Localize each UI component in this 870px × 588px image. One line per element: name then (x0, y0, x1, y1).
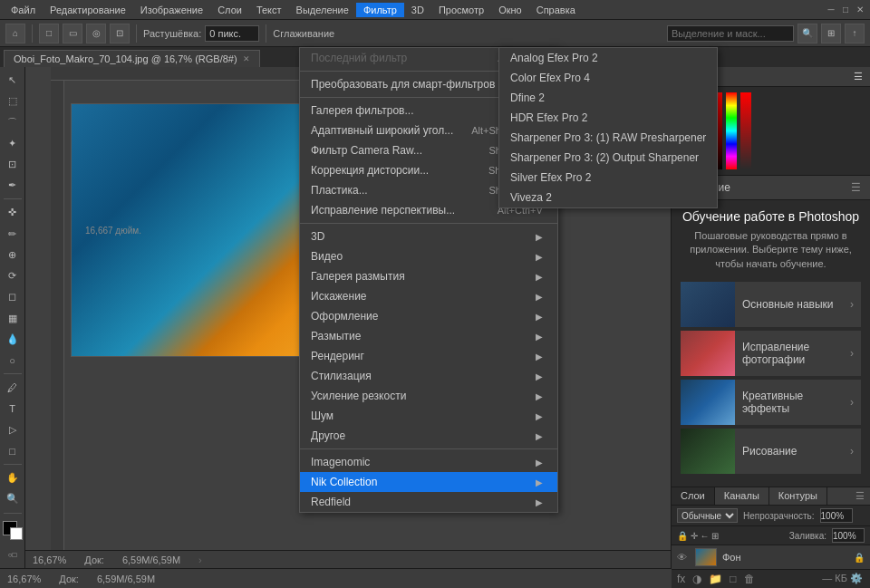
tool-mode[interactable]: ○□ (3, 545, 23, 564)
tool-select-3[interactable]: ◎ (86, 24, 106, 43)
menu-3d[interactable]: 3D (404, 3, 431, 17)
new-fill-icon[interactable]: ◑ (692, 573, 701, 585)
fx-icon[interactable]: fx (677, 573, 685, 585)
nik-sharpener-2[interactable]: Sharpener Pro 3: (2) Output Sharpener (499, 148, 717, 168)
filter-menu-render[interactable]: Рендеринг ▶ (300, 346, 557, 366)
filter-menu-blur[interactable]: Размытие ▶ (300, 326, 557, 346)
nik-dfine[interactable]: Dfine 2 (499, 88, 717, 108)
menu-image[interactable]: Изображение (133, 3, 210, 17)
filter-menu-distort[interactable]: Искажение ▶ (300, 286, 557, 306)
share-button[interactable]: ↑ (845, 24, 865, 43)
menu-filter[interactable]: Фильтр (356, 3, 404, 17)
menu-file[interactable]: Файл (4, 3, 43, 17)
tool-lasso[interactable]: ⌒ (3, 112, 23, 131)
learning-item-basics-label: Основные навыки (735, 298, 850, 311)
filter-menu-blur-gallery[interactable]: Галерея размытия ▶ (300, 266, 557, 286)
tool-heal[interactable]: ✜ (3, 203, 23, 222)
filter-menu-sharpen[interactable]: Усиление резкости ▶ (300, 386, 557, 406)
filter-menu-nik[interactable]: Nik Collection ▶ (300, 472, 557, 492)
tool-separator-4 (4, 513, 22, 514)
arrange-button[interactable]: ⊞ (821, 24, 841, 43)
tool-move[interactable]: ↖ (3, 71, 23, 90)
tool-eraser[interactable]: ◻ (3, 287, 23, 306)
filter-menu-video[interactable]: Видео ▶ (300, 246, 557, 266)
tool-history[interactable]: ⟳ (3, 266, 23, 285)
delete-layer-icon[interactable]: 🗑 (744, 573, 755, 585)
filter-menu-3d[interactable]: 3D ▶ (300, 227, 557, 246)
tab-close-icon[interactable]: ✕ (243, 54, 250, 63)
nik-analog-efex[interactable]: Analog Efex Pro 2 (499, 48, 717, 68)
tool-blur[interactable]: 💧 (3, 330, 23, 349)
tool-hand[interactable]: ✋ (3, 468, 23, 487)
background-color[interactable] (10, 527, 23, 540)
menu-help[interactable]: Справка (529, 3, 583, 17)
learning-item-basics[interactable]: Основные навыки › (681, 282, 861, 327)
filter-menu-noise[interactable]: Шум ▶ (300, 406, 557, 426)
tool-marquee[interactable]: ⬚ (3, 92, 23, 111)
learning-item-photo[interactable]: Исправление фотографии › (681, 331, 861, 376)
learning-item-drawing[interactable]: Рисование › (681, 429, 861, 474)
tab-channels[interactable]: Каналы (715, 487, 769, 505)
layers-panel-menu[interactable]: ☰ (850, 487, 870, 505)
maximize-button[interactable]: □ (839, 4, 852, 16)
new-layer-icon[interactable]: □ (730, 573, 736, 585)
tab-paths[interactable]: Контуры (769, 487, 827, 505)
menu-view[interactable]: Просмотр (431, 3, 491, 17)
color-panel-menu[interactable]: ☰ (854, 71, 863, 82)
menu-edit[interactable]: Редактирование (43, 3, 133, 17)
filter-menu-stylize[interactable]: Стилизация ▶ (300, 366, 557, 386)
tool-type[interactable]: T (3, 399, 23, 418)
fill-input[interactable] (832, 528, 865, 543)
tool-shape[interactable]: □ (3, 441, 23, 460)
nik-hdr-efex[interactable]: HDR Efex Pro 2 (499, 108, 717, 128)
tool-zoom[interactable]: 🔍 (3, 489, 23, 508)
menu-text[interactable]: Текст (249, 3, 289, 17)
nik-silver-efex[interactable]: Silver Efex Pro 2 (499, 168, 717, 188)
blend-mode-select[interactable]: Обычные (677, 508, 738, 523)
nik-viveza[interactable]: Viveza 2 (499, 188, 717, 207)
opacity-input[interactable] (820, 508, 853, 523)
layer-visibility-icon[interactable]: 👁 (677, 552, 690, 563)
tool-dodge[interactable]: ○ (3, 351, 23, 370)
tool-colors[interactable] (3, 521, 23, 540)
menu-select[interactable]: Выделение (289, 3, 356, 17)
tool-brush[interactable]: ✏ (3, 225, 23, 244)
tool-select-4[interactable]: ⊡ (110, 24, 130, 43)
menu-layers[interactable]: Слои (210, 3, 249, 17)
status-right: — КБ ⚙️ (822, 573, 863, 584)
document-tab[interactable]: Oboi_Foto_Makro_70_104.jpg @ 16,7% (RGB/… (4, 50, 260, 67)
menu-window[interactable]: Окно (491, 3, 529, 17)
search-button[interactable]: 🔍 (798, 24, 817, 43)
color-hue-strip[interactable] (726, 92, 737, 169)
filter-menu-imagenomic[interactable]: Imagenomic ▶ (300, 452, 557, 472)
canvas-info-arrow[interactable]: › (198, 554, 202, 565)
tool-clone[interactable]: ⊕ (3, 246, 23, 265)
tool-gradient[interactable]: ▦ (3, 309, 23, 328)
minimize-button[interactable]: ─ (825, 4, 837, 16)
rasterize-input[interactable] (205, 25, 259, 42)
learning-item-creative[interactable]: Креативные эффекты › (681, 380, 861, 425)
filter-menu-sep-3 (300, 223, 557, 224)
tool-pen[interactable]: 🖊 (3, 378, 23, 397)
nik-sharpener-1[interactable]: Sharpener Pro 3: (1) RAW Presharpener (499, 128, 717, 148)
nik-color-efex[interactable]: Color Efex Pro 4 (499, 68, 717, 88)
tool-quick-select[interactable]: ✦ (3, 134, 23, 153)
tool-eyedropper[interactable]: ✒ (3, 176, 23, 195)
close-button[interactable]: ✕ (854, 4, 866, 16)
tool-select-2[interactable]: ▭ (63, 24, 82, 43)
doc-label: Док: (84, 554, 104, 565)
tool-crop[interactable]: ⊡ (3, 155, 23, 174)
filter-menu-other[interactable]: Другое ▶ (300, 426, 557, 446)
home-button[interactable]: ⌂ (5, 24, 25, 43)
tool-select-1[interactable]: □ (39, 24, 59, 43)
new-group-icon[interactable]: 📁 (709, 573, 722, 585)
learning-item-photo-label: Исправление фотографии (735, 341, 850, 366)
learning-panel-menu[interactable]: ☰ (851, 181, 861, 194)
search-input[interactable] (667, 25, 794, 42)
filter-menu-redfield[interactable]: Redfield ▶ (300, 492, 557, 512)
filter-menu-style[interactable]: Оформление ▶ (300, 306, 557, 326)
tool-path-select[interactable]: ▷ (3, 420, 23, 439)
fill-icons[interactable]: 🔒 ✛ ← ⊞ (677, 531, 719, 541)
color-alpha-strip[interactable] (740, 92, 751, 169)
tab-layers[interactable]: Слои (672, 487, 715, 505)
